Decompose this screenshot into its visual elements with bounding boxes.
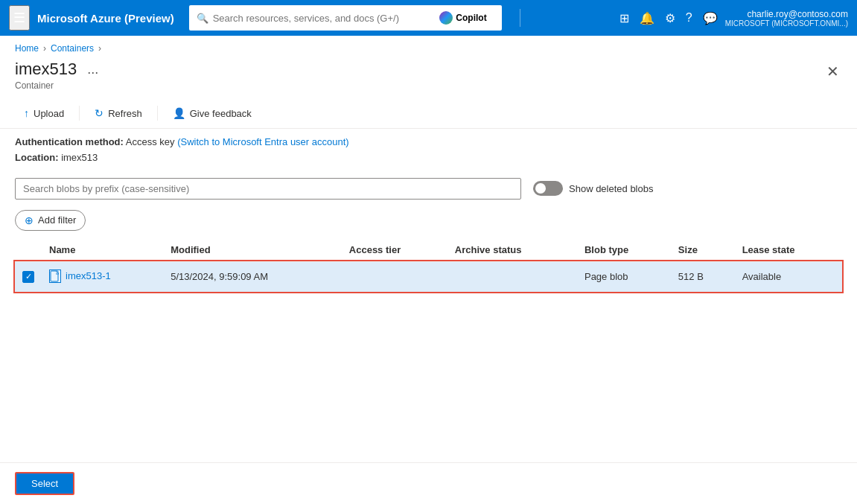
row-lease-state-cell: Available bbox=[735, 261, 842, 292]
file-svg-icon bbox=[50, 270, 60, 282]
upload-button[interactable]: ↑ Upload bbox=[15, 103, 73, 124]
global-search-bar: 🔍 Copilot bbox=[189, 5, 502, 31]
help-icon[interactable]: ? bbox=[686, 11, 692, 25]
bottom-bar: Select bbox=[0, 462, 857, 504]
page-title-row: imex513 ... bbox=[15, 60, 103, 79]
col-name: Name bbox=[42, 238, 163, 262]
page-header: imex513 ... Container ✕ bbox=[0, 57, 857, 98]
toolbar: ↑ Upload ↻ Refresh 👤 Give feedback bbox=[0, 98, 857, 129]
show-deleted-row: Show deleted blobs bbox=[533, 181, 653, 196]
breadcrumb-sep1: › bbox=[43, 43, 46, 54]
row-access-tier-cell bbox=[342, 261, 447, 292]
notification-icon[interactable]: 🔔 bbox=[640, 11, 654, 25]
checkbox-check-icon: ✓ bbox=[25, 272, 32, 281]
app-title: Microsoft Azure (Preview) bbox=[37, 12, 174, 25]
copilot-icon bbox=[439, 11, 453, 25]
row-size-cell: 512 B bbox=[671, 261, 735, 292]
page-title: imex513 bbox=[15, 60, 77, 79]
hamburger-icon[interactable]: ☰ bbox=[9, 5, 30, 31]
breadcrumb-home[interactable]: Home bbox=[15, 43, 39, 54]
row-modified-value: 5/13/2024, 9:59:09 AM bbox=[171, 271, 268, 282]
refresh-button[interactable]: ↻ Refresh bbox=[86, 103, 151, 124]
toolbar-divider-1 bbox=[79, 106, 80, 121]
row-checkbox-cell[interactable]: ✓ bbox=[15, 261, 42, 292]
table-body: ✓ imex513-1 bbox=[15, 261, 842, 292]
close-button[interactable]: ✕ bbox=[823, 60, 842, 83]
page-header-left: imex513 ... Container bbox=[15, 60, 103, 91]
col-lease-state: Lease state bbox=[735, 238, 842, 262]
breadcrumb-containers[interactable]: Containers bbox=[51, 43, 94, 54]
auth-method-row: Authentication method: Access key (Switc… bbox=[15, 135, 842, 150]
col-access-tier: Access tier bbox=[342, 238, 447, 262]
row-size-value: 512 B bbox=[678, 271, 704, 282]
select-button[interactable]: Select bbox=[15, 472, 74, 495]
user-tenant: MICROSOFT (MICROSOFT.ONMI...) bbox=[725, 19, 848, 28]
page-subtitle: Container bbox=[15, 80, 103, 91]
location-value-text: imex513 bbox=[61, 152, 98, 163]
give-feedback-icon: 👤 bbox=[173, 107, 185, 119]
filter-row: ⊕ Add filter bbox=[0, 205, 857, 238]
page-content: Home › Containers › imex513 ... Containe… bbox=[0, 36, 857, 462]
blob-table: Name Modified Access tier Archive status… bbox=[15, 238, 842, 293]
table-row[interactable]: ✓ imex513-1 bbox=[15, 261, 842, 292]
file-icon bbox=[49, 269, 61, 283]
nav-icons: ⊞ 🔔 ⚙ ? 💬 bbox=[619, 11, 718, 25]
show-deleted-toggle[interactable] bbox=[533, 181, 563, 196]
refresh-icon: ↻ bbox=[95, 107, 103, 119]
row-lease-state-value: Available bbox=[742, 271, 782, 282]
info-bar: Authentication method: Access key (Switc… bbox=[0, 129, 857, 172]
global-search-input[interactable] bbox=[213, 13, 428, 24]
file-name-wrapper: imex513-1 bbox=[49, 269, 111, 283]
copilot-label: Copilot bbox=[456, 13, 486, 23]
row-name-cell: imex513-1 bbox=[42, 261, 163, 292]
toolbar-divider-2 bbox=[157, 106, 158, 121]
breadcrumb: Home › Containers › bbox=[0, 36, 857, 57]
feedback-icon[interactable]: 💬 bbox=[703, 11, 718, 25]
row-blob-type-cell: Page blob bbox=[577, 261, 671, 292]
copilot-button[interactable]: Copilot bbox=[432, 8, 494, 28]
show-deleted-label: Show deleted blobs bbox=[569, 183, 653, 194]
col-blob-type: Blob type bbox=[577, 238, 671, 262]
more-button[interactable]: ... bbox=[83, 60, 103, 79]
settings-icon[interactable]: ⚙ bbox=[665, 11, 675, 25]
col-modified: Modified bbox=[163, 238, 342, 262]
table-header: Name Modified Access tier Archive status… bbox=[15, 238, 842, 262]
col-checkbox bbox=[15, 238, 42, 262]
breadcrumb-sep2: › bbox=[98, 43, 101, 54]
blob-search-input[interactable] bbox=[15, 178, 521, 200]
upload-icon: ↑ bbox=[24, 107, 29, 119]
row-modified-cell: 5/13/2024, 9:59:09 AM bbox=[163, 261, 342, 292]
user-info[interactable]: charlie.roy@contoso.com MICROSOFT (MICRO… bbox=[725, 9, 848, 28]
nav-divider bbox=[520, 9, 520, 27]
col-archive-status: Archive status bbox=[447, 238, 577, 262]
col-size: Size bbox=[671, 238, 735, 262]
search-icon: 🔍 bbox=[197, 13, 208, 24]
auth-method-label: Authentication method: bbox=[15, 136, 124, 147]
table-header-row: Name Modified Access tier Archive status… bbox=[15, 238, 842, 262]
row-checkbox[interactable]: ✓ bbox=[22, 271, 34, 283]
table-container: Name Modified Access tier Archive status… bbox=[0, 238, 857, 462]
search-row: Show deleted blobs bbox=[0, 172, 857, 205]
auth-method-value-text: Access key bbox=[126, 136, 175, 147]
row-archive-status-cell bbox=[447, 261, 577, 292]
user-email: charlie.roy@contoso.com bbox=[725, 9, 848, 19]
file-name-link[interactable]: imex513-1 bbox=[66, 270, 111, 281]
upload-label: Upload bbox=[34, 108, 64, 119]
location-row: Location: imex513 bbox=[15, 150, 842, 166]
auth-switch-link[interactable]: (Switch to Microsoft Entra user account) bbox=[177, 136, 348, 147]
refresh-label: Refresh bbox=[108, 108, 142, 119]
add-filter-button[interactable]: ⊕ Add filter bbox=[15, 210, 86, 231]
give-feedback-label: Give feedback bbox=[190, 108, 252, 119]
portal-icon[interactable]: ⊞ bbox=[619, 11, 629, 25]
row-blob-type-value: Page blob bbox=[584, 271, 628, 282]
add-filter-label: Add filter bbox=[38, 214, 76, 226]
filter-plus-icon: ⊕ bbox=[25, 214, 34, 226]
top-nav: ☰ Microsoft Azure (Preview) 🔍 Copilot ⊞ … bbox=[0, 0, 857, 36]
location-label: Location: bbox=[15, 152, 59, 163]
give-feedback-button[interactable]: 👤 Give feedback bbox=[164, 103, 261, 124]
